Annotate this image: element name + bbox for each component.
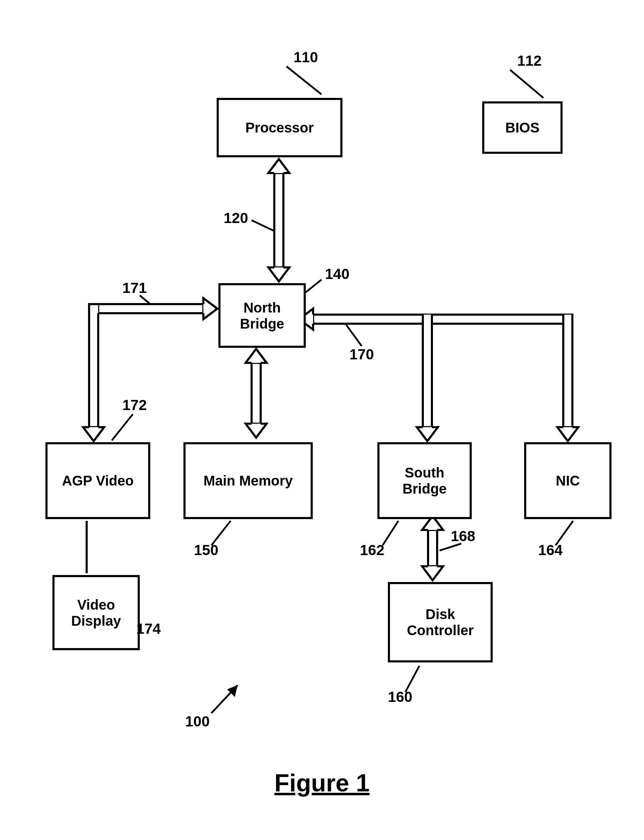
north-bridge-box: North Bridge [219, 283, 306, 348]
south-bridge-box: South Bridge [377, 442, 472, 519]
svg-rect-26 [423, 427, 432, 434]
svg-line-53 [405, 666, 419, 692]
svg-marker-24 [557, 427, 578, 441]
svg-marker-23 [417, 427, 438, 441]
svg-marker-2 [268, 268, 289, 281]
svg-line-43 [251, 220, 274, 231]
ref-160: 160 [388, 689, 412, 705]
svg-rect-19 [307, 315, 572, 324]
svg-rect-27 [563, 427, 572, 434]
nic-box: NIC [524, 442, 611, 519]
ref-170: 170 [350, 346, 374, 363]
svg-line-42 [510, 70, 543, 98]
ref-164: 164 [538, 542, 563, 559]
svg-line-54 [211, 685, 238, 713]
svg-marker-1 [268, 159, 289, 173]
ref-171: 171 [122, 279, 147, 296]
svg-line-50 [440, 544, 461, 551]
ref-120: 120 [223, 210, 248, 227]
ref-110: 110 [294, 49, 318, 66]
svg-line-46 [346, 324, 361, 346]
svg-rect-38 [428, 524, 437, 530]
svg-rect-25 [307, 315, 313, 324]
ref-172: 172 [122, 397, 147, 414]
svg-line-47 [112, 414, 133, 441]
svg-rect-15 [89, 427, 98, 434]
svg-marker-7 [246, 424, 267, 438]
svg-rect-35 [428, 524, 437, 572]
ref-174: 174 [136, 620, 161, 637]
svg-marker-6 [246, 349, 267, 363]
svg-line-49 [383, 521, 398, 545]
svg-rect-14 [204, 304, 210, 313]
svg-marker-13 [83, 427, 104, 441]
ref-112: 112 [517, 53, 542, 69]
processor-box: Processor [217, 98, 342, 157]
svg-rect-11 [89, 304, 98, 434]
svg-rect-28 [423, 315, 432, 324]
ref-140: 140 [325, 266, 350, 283]
ref-168: 168 [451, 528, 475, 545]
svg-rect-21 [563, 315, 572, 434]
svg-rect-20 [423, 315, 432, 434]
agp-video-box: AGP Video [46, 442, 150, 519]
video-display-box: Video Display [53, 575, 140, 650]
figure-label: Figure 1 [274, 769, 370, 797]
svg-marker-37 [422, 566, 443, 580]
svg-rect-4 [274, 268, 283, 273]
svg-rect-5 [251, 357, 261, 430]
bios-box: BIOS [482, 101, 563, 154]
svg-rect-10 [89, 304, 210, 313]
svg-line-45 [140, 295, 150, 304]
svg-marker-12 [204, 298, 217, 319]
main-memory-box: Main Memory [184, 442, 313, 519]
svg-rect-3 [274, 168, 283, 173]
ref-162: 162 [360, 542, 384, 559]
svg-marker-55 [227, 685, 238, 697]
svg-rect-16 [89, 304, 98, 313]
svg-rect-8 [251, 357, 261, 363]
svg-rect-29 [563, 315, 572, 324]
svg-rect-39 [428, 566, 437, 572]
disk-controller-box: Disk Controller [388, 582, 493, 662]
svg-line-41 [286, 66, 322, 94]
ref-100: 100 [185, 713, 210, 730]
diagram-canvas: Processor BIOS North Bridge AGP Video Ma… [0, 0, 644, 840]
svg-rect-0 [274, 168, 283, 273]
svg-line-44 [304, 279, 322, 294]
svg-rect-9 [251, 424, 261, 430]
ref-150: 150 [194, 542, 219, 559]
